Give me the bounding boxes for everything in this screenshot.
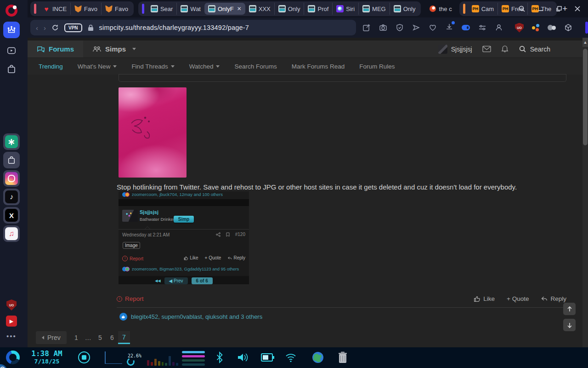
downloads-icon[interactable] (445, 23, 453, 33)
dots-extension-icon[interactable] (532, 24, 539, 31)
browser-tab[interactable]: Siri (332, 3, 358, 15)
menu-lines-widget[interactable] (182, 351, 205, 366)
back-icon[interactable]: ‹ (36, 24, 38, 32)
graph-widget[interactable] (105, 351, 122, 364)
opera-logo-icon[interactable] (3, 2, 20, 19)
x-twitter-app-icon[interactable]: X (3, 207, 20, 224)
browser-tab[interactable]: Only (274, 3, 304, 15)
tab-close-icon[interactable]: ✕ (237, 6, 242, 12)
reload-icon[interactable] (51, 24, 59, 31)
wifi-icon[interactable] (285, 352, 297, 363)
video-app-icon[interactable]: ▶ (3, 313, 20, 329)
tab-group-indicator[interactable] (463, 4, 465, 14)
browser-tab[interactable]: the c (425, 3, 455, 15)
page-7-current[interactable]: 7 (118, 331, 130, 344)
battery-icon[interactable] (261, 353, 275, 362)
browser-tab[interactable]: Prof (304, 3, 332, 15)
launcher-icon[interactable] (6, 351, 20, 364)
scroll-to-top-button[interactable] (563, 303, 576, 315)
browser-tab[interactable]: MEG (358, 3, 390, 15)
steam-icon[interactable] (0, 364, 7, 368)
tab-group-indicator[interactable] (34, 4, 36, 14)
page-5-button[interactable]: 5 (94, 331, 106, 344)
player-panel-icon[interactable] (3, 42, 20, 59)
tab-simps[interactable]: Simps (83, 40, 145, 58)
bookmark-heart-icon[interactable] (429, 23, 437, 32)
account-menu[interactable]: Sjsjjsjsj (438, 45, 472, 54)
close-icon[interactable] (574, 6, 581, 12)
page-ellipsis[interactable]: … (82, 331, 94, 344)
forward-icon[interactable]: › (44, 24, 46, 32)
post-image-attachment[interactable] (119, 87, 187, 178)
browser-tab[interactable]: Wat (176, 3, 204, 15)
cloud-extension-icon[interactable] (548, 24, 556, 31)
browser-viewport: Forums Simps Sjsjjsjsj Search (28, 38, 588, 347)
browser-tab[interactable]: Sear (147, 3, 176, 15)
globe-earth-icon[interactable] (311, 351, 324, 364)
histogram-widget[interactable] (147, 354, 178, 366)
minimize-icon[interactable] (537, 6, 544, 12)
nav-forum-rules[interactable]: Forum Rules (359, 63, 395, 70)
header-search[interactable]: Search (519, 45, 550, 53)
tab-search-icon[interactable] (518, 5, 526, 12)
shop-app-icon[interactable] (3, 152, 20, 168)
trash-can-icon[interactable] (337, 351, 348, 364)
snapshot-camera-icon[interactable] (379, 23, 387, 32)
prev-page-button[interactable]: Prev (36, 331, 67, 344)
embedded-post-number: #120 (235, 232, 245, 237)
browser-tab[interactable]: XXX (245, 3, 274, 15)
music-app-icon[interactable]: ♫ (3, 225, 20, 242)
chatgpt-app-icon[interactable]: ∗ (3, 133, 20, 150)
nav-watched[interactable]: Watched (189, 63, 220, 70)
maximize-icon[interactable] (556, 6, 562, 12)
browser-tab[interactable]: Favo (101, 3, 132, 15)
report-button[interactable]: !Report (117, 295, 144, 302)
page-1-button[interactable]: 1 (70, 331, 82, 344)
shopping-panel-icon[interactable] (3, 61, 20, 77)
sidebar-toggle-pill[interactable] (585, 22, 588, 34)
bluetooth-icon[interactable] (216, 351, 223, 363)
browser-tab[interactable]: INCE (39, 3, 70, 15)
instagram-app-icon[interactable] (3, 170, 20, 187)
post-reactions[interactable]: blegitx452, supern0vablast, qiuksoht and… (119, 313, 262, 321)
send-to-flow-icon[interactable] (412, 23, 420, 32)
sidebar-more-button[interactable]: ••• (3, 328, 20, 344)
browser-tab[interactable]: Only (390, 3, 419, 15)
edit-page-icon[interactable] (362, 23, 371, 32)
browser-tab-active[interactable]: OnlyF✕ (204, 3, 245, 15)
nav-search-forums[interactable]: Search Forums (234, 63, 277, 70)
quote-button[interactable]: + Quote (507, 295, 529, 302)
ublock-extension-icon[interactable]: UO (3, 297, 20, 313)
scroll-to-bottom-button[interactable] (563, 319, 576, 331)
workspace-crown-icon[interactable] (3, 22, 20, 38)
shield-check-icon[interactable] (396, 23, 404, 32)
tiktok-app-icon[interactable]: ♪ (3, 189, 20, 205)
settings-sliders-icon[interactable] (478, 23, 486, 32)
browser-tab[interactable]: Favo (70, 3, 101, 15)
nav-whats-new[interactable]: What's New (78, 63, 117, 70)
record-button[interactable] (78, 351, 90, 363)
nav-trending[interactable]: Trending (39, 63, 63, 70)
ublock-toolbar-icon[interactable]: UO (515, 23, 524, 33)
volume-icon[interactable] (237, 352, 249, 363)
tab-group-indicator[interactable] (142, 4, 144, 14)
alerts-bell-icon[interactable] (501, 45, 509, 53)
embedded-screenshot-attachment[interactable]: zoomercoom, jbuck704, 12may and 100 othe… (119, 191, 249, 284)
reply-button[interactable]: Reply (541, 295, 566, 302)
vpn-badge[interactable]: VPN (64, 23, 82, 32)
cube-extension-icon[interactable] (564, 23, 572, 32)
scrollbar-thumb[interactable] (583, 49, 588, 145)
address-field[interactable]: ‹ › VPN simpcity.su/threads/charleygrayy… (30, 20, 356, 35)
nav-find-threads[interactable]: Find Threads (131, 63, 174, 70)
url-text[interactable]: simpcity.su/threads/charleygrayyy.133492… (99, 24, 249, 31)
inbox-envelope-icon[interactable] (482, 46, 491, 52)
profile-icon[interactable] (495, 23, 503, 32)
nav-mark-forums-read[interactable]: Mark Forums Read (292, 63, 345, 70)
vpn-toggle-icon[interactable] (462, 25, 470, 30)
browser-tab[interactable]: PHCam (468, 3, 498, 15)
page-6-button[interactable]: 6 (106, 331, 118, 344)
clock-widget[interactable]: 1:38 AM 7/18/25 (24, 349, 70, 365)
scrollbar-up-arrow[interactable]: ▲ (582, 38, 588, 47)
tab-forums[interactable]: Forums (28, 40, 83, 58)
like-button[interactable]: Like (474, 295, 495, 302)
